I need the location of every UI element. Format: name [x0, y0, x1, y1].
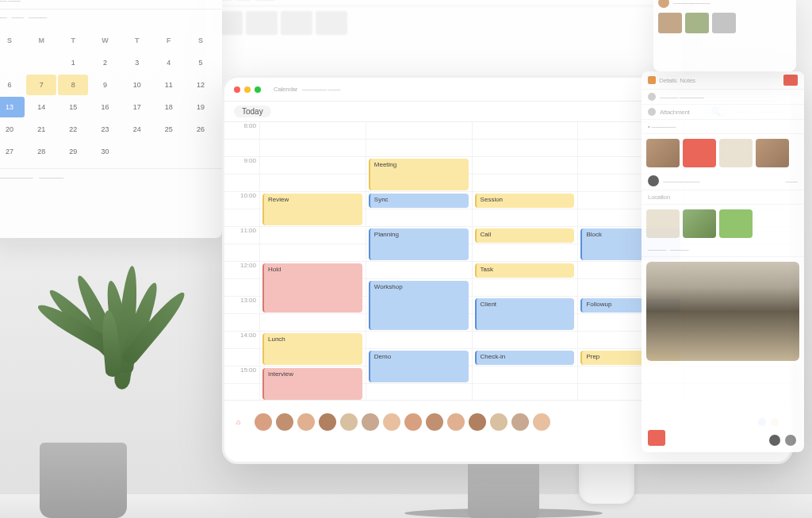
preview-image[interactable]	[646, 262, 799, 361]
thumbnail[interactable]	[719, 209, 753, 238]
calendar-event[interactable]: Task	[475, 263, 575, 278]
calendar-day[interactable]: 15	[58, 97, 88, 117]
calendar-day[interactable]: 20	[0, 119, 25, 140]
calendar-day[interactable]: 26	[186, 119, 216, 140]
calendar-event[interactable]: Meeting	[369, 159, 469, 190]
calendar-day[interactable]: 6	[0, 75, 25, 95]
participant-avatar[interactable]	[511, 413, 529, 431]
participant-avatar[interactable]	[297, 413, 315, 431]
calendar-event[interactable]: Interview	[262, 368, 362, 400]
panel-tab[interactable]: Details	[659, 77, 676, 84]
calendar-day[interactable]: 18	[154, 97, 184, 117]
thumbnail[interactable]	[719, 139, 753, 167]
app-icon	[648, 76, 656, 84]
maximize-button[interactable]	[255, 86, 261, 93]
home-icon[interactable]: ⌂	[236, 418, 240, 426]
thumbnail[interactable]	[683, 209, 716, 238]
calendar-day[interactable]: 22	[58, 119, 88, 140]
calendar-day[interactable]: 24	[122, 119, 152, 140]
calendar-day[interactable]: 10	[122, 75, 152, 95]
thumbnail[interactable]	[646, 209, 680, 238]
calendar-day[interactable]: 27	[0, 141, 25, 162]
participant-avatar[interactable]	[404, 413, 422, 431]
calendar-day[interactable]: 8	[58, 75, 88, 95]
calendar-day[interactable]: 4	[154, 52, 184, 73]
participant-avatar[interactable]	[383, 413, 400, 431]
calendar-day[interactable]: 23	[90, 119, 120, 140]
calendar-event[interactable]: Client	[475, 298, 575, 330]
participant-avatar[interactable]	[490, 413, 508, 431]
calendar-event[interactable]: Check-in	[475, 351, 575, 365]
calendar-day[interactable]	[122, 141, 152, 162]
details-panel: Details Notes ——— ———— Attachment • ————…	[642, 71, 804, 452]
plant-foliage	[0, 280, 214, 455]
action-button[interactable]	[648, 430, 665, 446]
calendar-day[interactable]: 5	[186, 52, 216, 73]
calendar-day[interactable]: 25	[154, 119, 184, 140]
thumbnail[interactable]	[683, 139, 716, 167]
participant-avatar[interactable]	[319, 413, 336, 431]
participant-avatar[interactable]	[276, 413, 293, 431]
calendar-day[interactable]: 2	[90, 52, 120, 73]
calendar-event[interactable]: Workshop	[369, 281, 469, 330]
calendar-event[interactable]: Planning	[369, 228, 469, 260]
calendar-day[interactable]: 30	[90, 141, 120, 162]
thumbnail[interactable]	[756, 139, 789, 167]
calendar-day[interactable]: 3	[122, 52, 152, 73]
control-icon[interactable]	[769, 435, 780, 446]
calendar-day[interactable]: 21	[26, 119, 56, 140]
participant-avatar[interactable]	[447, 413, 465, 431]
calendar-day[interactable]: 1	[58, 52, 88, 73]
control-icon[interactable]	[785, 435, 796, 446]
calendar-event[interactable]: Review	[262, 194, 362, 225]
calendar-day[interactable]: 28	[26, 141, 56, 162]
calendar-day[interactable]: 17	[122, 97, 152, 117]
calendar-day[interactable]	[186, 141, 216, 162]
calendar-day[interactable]: 9	[90, 75, 120, 95]
today-button[interactable]: Today	[234, 106, 271, 117]
participant-avatar[interactable]	[340, 413, 358, 431]
calendar-day[interactable]: 16	[90, 97, 120, 117]
mini-calendar-window: —— —— ——————— SMTWTFS1234567891011121314…	[0, 0, 222, 238]
participant-avatar[interactable]	[426, 413, 443, 431]
participant-avatar[interactable]	[255, 413, 272, 431]
user-avatar-icon	[648, 175, 659, 186]
participant-avatar[interactable]	[469, 413, 486, 431]
calendar-day[interactable]: 13	[0, 97, 25, 117]
close-button[interactable]	[234, 86, 240, 93]
calendar-event[interactable]: Lunch	[262, 333, 362, 365]
calendar-day[interactable]: 7	[26, 75, 56, 95]
calendar-event[interactable]: Session	[475, 194, 575, 208]
thumbnail[interactable]	[646, 139, 680, 167]
panel-tab[interactable]: Notes	[680, 77, 695, 84]
participant-avatar[interactable]	[362, 413, 379, 431]
calendar-day[interactable]	[154, 141, 184, 162]
calendar-day[interactable]: 14	[26, 97, 56, 117]
calendar-day[interactable]: 29	[58, 141, 88, 162]
flag-icon[interactable]	[783, 75, 798, 86]
notification-card: ——————	[653, 0, 796, 71]
app-title: Calendar	[274, 86, 297, 93]
calendar-day[interactable]	[0, 52, 25, 73]
minimize-button[interactable]	[244, 86, 251, 93]
calendar-event[interactable]: Call	[475, 228, 575, 243]
calendar-event[interactable]: Demo	[369, 351, 469, 382]
calendar-day[interactable]: 12	[186, 75, 216, 95]
calendar-event[interactable]: Hold	[262, 263, 362, 313]
calendar-day[interactable]: 11	[154, 75, 184, 95]
calendar-day[interactable]: 19	[186, 97, 216, 117]
calendar-event[interactable]: Sync	[369, 194, 469, 208]
background-window: ————————	[206, 0, 682, 87]
participant-avatar[interactable]	[533, 413, 550, 431]
calendar-day[interactable]	[26, 52, 56, 73]
